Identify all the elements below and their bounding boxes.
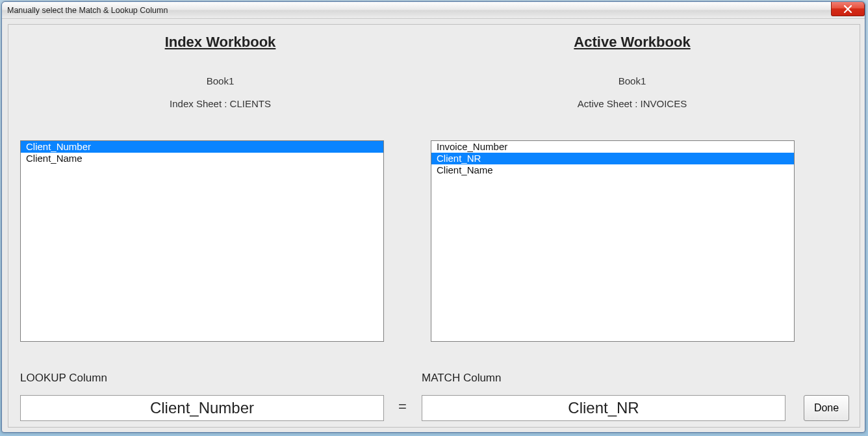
index-panel: Index Workbook Book1 Index Sheet : CLIEN… xyxy=(19,34,422,109)
dialog-body: Index Workbook Book1 Index Sheet : CLIEN… xyxy=(8,24,860,428)
index-sheet-name: Index Sheet : CLIENTS xyxy=(19,98,422,109)
active-sheet-name: Active Sheet : INVOICES xyxy=(431,98,834,109)
active-workbook-name: Book1 xyxy=(431,75,834,86)
done-button[interactable]: Done xyxy=(804,395,849,421)
list-item[interactable]: Client_NR xyxy=(431,153,794,164)
active-columns-listbox[interactable]: Invoice_NumberClient_NRClient_Name xyxy=(431,140,795,342)
index-workbook-name: Book1 xyxy=(19,75,422,86)
match-column-label: MATCH Column xyxy=(422,372,501,385)
close-icon xyxy=(843,5,852,13)
active-heading: Active Workbook xyxy=(431,34,834,51)
window-title: Manually select the Match & Lookup Colum… xyxy=(7,6,168,15)
list-item[interactable]: Client_Name xyxy=(431,164,794,176)
index-heading: Index Workbook xyxy=(19,34,422,51)
equals-sign: = xyxy=(398,398,407,415)
list-item[interactable]: Client_Name xyxy=(21,153,383,164)
dialog-window: Manually select the Match & Lookup Colum… xyxy=(1,1,865,433)
active-panel: Active Workbook Book1 Active Sheet : INV… xyxy=(431,34,834,109)
lookup-column-label: LOOKUP Column xyxy=(20,372,107,385)
list-item[interactable]: Client_Number xyxy=(21,141,383,153)
titlebar[interactable]: Manually select the Match & Lookup Colum… xyxy=(2,2,865,19)
match-column-value: Client_NR xyxy=(422,395,785,421)
close-button[interactable] xyxy=(831,2,865,16)
list-item[interactable]: Invoice_Number xyxy=(431,141,794,153)
lookup-column-value: Client_Number xyxy=(20,395,384,421)
index-columns-listbox[interactable]: Client_NumberClient_Name xyxy=(20,140,384,342)
